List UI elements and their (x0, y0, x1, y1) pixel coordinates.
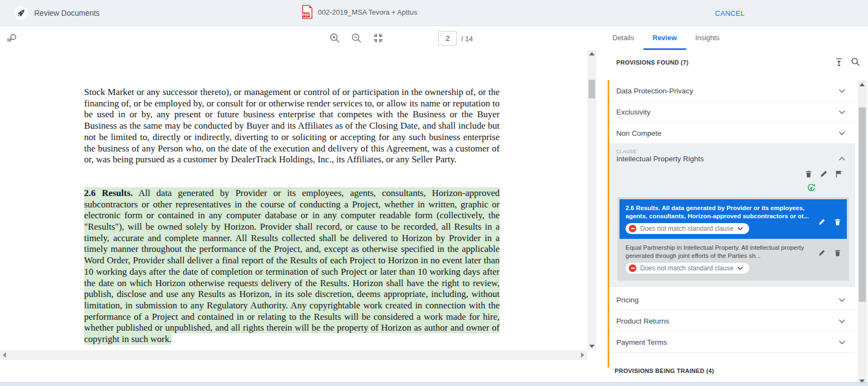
page-title: Review Documents (34, 9, 100, 17)
document-horizontal-scrollbar[interactable] (0, 350, 588, 360)
tab-review[interactable]: Review (643, 26, 686, 50)
provisions-header-actions (834, 57, 860, 67)
edit-clause-icon[interactable] (818, 249, 826, 257)
clause-match-card-selected[interactable]: 2.6 Results. All data generated by Provi… (620, 199, 847, 239)
provisions-list: Data Protection-Privacy Exclusivity Non … (609, 80, 855, 353)
top-bar: Review Documents PDF 002-2019_MSA Tevora… (0, 0, 868, 26)
provisions-found-header: PROVISIONS FOUND (7) (616, 59, 688, 66)
search-provisions-icon[interactable] (851, 57, 860, 67)
panel-scrollbar[interactable] (858, 80, 867, 386)
page-number-input[interactable] (438, 31, 457, 46)
provision-item-exclusivity[interactable]: Exclusivity (609, 102, 855, 123)
clause-name: Intellectual Property Rights (616, 155, 704, 163)
document-page: Stock Market or any successor thereto), … (84, 87, 500, 345)
scroll-left-arrow[interactable] (3, 352, 6, 358)
fit-to-screen-icon[interactable] (372, 32, 384, 44)
document-name: 002-2019_MSA Tevora + Apttus (318, 8, 417, 16)
chevron-down-icon (839, 298, 845, 302)
chevron-down-icon (737, 227, 743, 231)
provision-expanded-intellectual-property: CLAUSE Intellectual Property Rights (609, 144, 855, 287)
delete-clause-icon[interactable] (834, 249, 841, 257)
match-status-dropdown[interactable]: Does not match standard clause (626, 263, 749, 274)
document-title-group: PDF 002-2019_MSA Tevora + Apttus (302, 5, 417, 19)
clause-match-text: 2.6 Results. All data generated by Provi… (626, 204, 814, 220)
zoom-out-icon[interactable] (350, 32, 362, 44)
viewer-toolbar: / 14 (0, 26, 597, 50)
chevron-down-icon (839, 110, 845, 115)
clause-name-row[interactable]: Intellectual Property Rights (616, 155, 855, 163)
top-bar-left: Review Documents (14, 6, 100, 20)
svg-text:PDF: PDF (303, 13, 310, 17)
document-paragraph: Stock Market or any successor thereto), … (84, 87, 500, 166)
zoom-in-icon[interactable] (329, 32, 341, 44)
clause-actions (609, 169, 843, 178)
delete-provision-icon[interactable] (805, 169, 813, 178)
document-vertical-scrollbar[interactable] (588, 50, 596, 350)
find-in-document-icon[interactable] (6, 32, 18, 44)
chevron-down-icon (839, 340, 845, 345)
scroll-up-arrow[interactable] (859, 83, 865, 86)
retrain-provision-icon[interactable] (807, 183, 816, 193)
bottom-strip (0, 382, 868, 386)
rocket-icon (14, 6, 28, 20)
vertical-scroll-thumb[interactable] (589, 80, 595, 98)
clause-match-text: Equal Partnership in Intellectual Proper… (626, 244, 814, 260)
clause-matches-container: 2.6 Results. All data generated by Provi… (617, 197, 849, 281)
review-panel: Details Review Insights PROVISIONS FOUND… (597, 26, 868, 386)
panel-tabs: Details Review Insights (597, 26, 729, 50)
collapse-all-icon[interactable] (834, 57, 844, 67)
pdf-icon: PDF (302, 5, 313, 19)
scroll-up-arrow[interactable] (589, 52, 595, 55)
provision-item-non-compete[interactable]: Non Compete (609, 123, 855, 144)
no-match-icon (629, 264, 636, 272)
document-paragraph-highlighted[interactable]: 2.6 Results. All data generated by Provi… (84, 188, 500, 345)
highlighted-provision-text: 2.6 Results. All data generated by Provi… (84, 187, 500, 345)
chevron-down-icon (839, 89, 845, 93)
edit-provision-icon[interactable] (820, 169, 828, 178)
edit-clause-icon[interactable] (818, 218, 826, 226)
tab-insights[interactable]: Insights (686, 26, 729, 50)
delete-clause-icon[interactable] (834, 218, 841, 226)
match-status-dropdown[interactable]: Does not match standard clause (626, 223, 749, 234)
retrain-row (609, 183, 816, 193)
clause-match-card[interactable]: Equal Partnership in Intellectual Proper… (620, 239, 847, 279)
document-canvas[interactable]: Stock Market or any successor thereto), … (0, 50, 588, 350)
provision-item-product-returns[interactable]: Product Returns (609, 311, 855, 332)
provisions-trained-header: PROVISIONS BEING TRAINED (4) (615, 368, 714, 374)
chevron-down-icon (839, 319, 845, 324)
tab-details[interactable]: Details (603, 26, 643, 50)
app-window: Review Documents PDF 002-2019_MSA Tevora… (0, 0, 868, 386)
card-actions (818, 249, 841, 257)
provision-item-payment-terms[interactable]: Payment Terms (609, 332, 855, 353)
page-total-label: / 14 (461, 35, 473, 43)
flag-provision-icon[interactable] (835, 169, 843, 178)
clause-type-label: CLAUSE (616, 149, 855, 154)
chevron-up-icon (839, 156, 845, 161)
provision-item-pricing[interactable]: Pricing (609, 289, 855, 311)
card-actions (818, 218, 841, 226)
chevron-down-icon (737, 267, 743, 270)
provision-item-data-protection-privacy[interactable]: Data Protection-Privacy (609, 80, 855, 102)
cancel-button[interactable]: CANCEL (715, 9, 745, 17)
scroll-right-arrow[interactable] (581, 352, 584, 358)
no-match-icon (629, 225, 636, 232)
scroll-down-arrow[interactable] (589, 345, 595, 348)
panel-scroll-thumb[interactable] (859, 107, 866, 302)
chevron-down-icon (839, 131, 845, 136)
